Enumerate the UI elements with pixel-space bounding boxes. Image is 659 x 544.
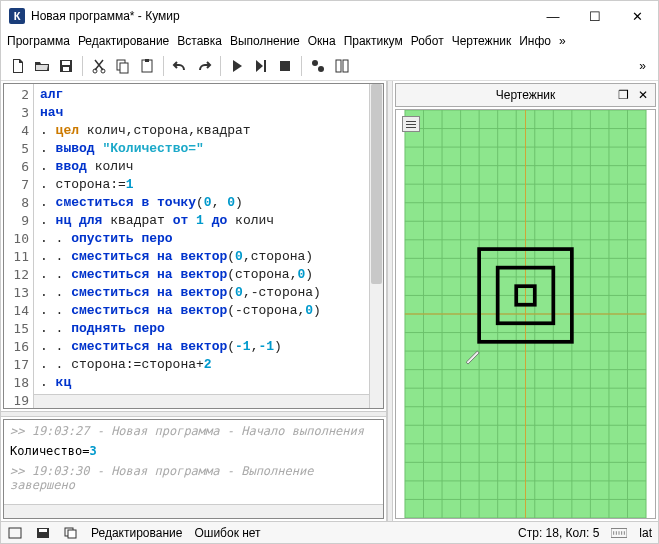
status-cursor-pos: Стр: 18, Кол: 5	[518, 526, 599, 540]
svg-rect-8	[145, 59, 149, 62]
statusbar: Редактирование Ошибок нет Стр: 18, Кол: …	[1, 521, 658, 543]
panel-maximize-button[interactable]: ❐	[615, 87, 631, 103]
console-log-start: >> 19:03:27 - Новая программа - Начало в…	[10, 424, 377, 438]
minimize-button[interactable]: —	[540, 6, 566, 26]
menu-run[interactable]: Выполнение	[230, 34, 300, 48]
line-gutter: 2345678910111213141516171819	[4, 84, 34, 408]
menu-program[interactable]: Программа	[7, 34, 70, 48]
drawer-panel-title: Чертежник	[496, 88, 556, 102]
open-file-button[interactable]	[31, 55, 53, 77]
menu-drawer[interactable]: Чертежник	[452, 34, 512, 48]
horizontal-splitter[interactable]	[1, 411, 386, 417]
main-area: 2345678910111213141516171819 алгнач. цел…	[1, 81, 658, 521]
menu-edit[interactable]: Редактирование	[78, 34, 169, 48]
code-area[interactable]: алгнач. цел колич,сторона,квадрат. вывод…	[34, 84, 383, 408]
console[interactable]: >> 19:03:27 - Новая программа - Начало в…	[3, 419, 384, 519]
panel-close-button[interactable]: ✕	[635, 87, 651, 103]
drawing-svg	[396, 110, 655, 518]
menu-practice[interactable]: Практикум	[344, 34, 403, 48]
app-icon: К	[9, 8, 25, 24]
svg-rect-13	[336, 60, 341, 72]
copy-button[interactable]	[112, 55, 134, 77]
svg-rect-2	[63, 67, 69, 71]
cut-button[interactable]	[88, 55, 110, 77]
status-copy-icon[interactable]	[63, 526, 79, 540]
svg-rect-9	[264, 60, 266, 72]
canvas-menu-button[interactable]	[402, 116, 420, 132]
status-save-icon[interactable]	[35, 526, 51, 540]
left-column: 2345678910111213141516171819 алгнач. цел…	[1, 81, 387, 521]
right-column: Чертежник ❐ ✕	[393, 81, 658, 521]
console-log-end: >> 19:03:30 - Новая программа - Выполнен…	[10, 464, 377, 492]
stop-button[interactable]	[274, 55, 296, 77]
paste-button[interactable]	[136, 55, 158, 77]
status-mode: Редактирование	[91, 526, 182, 540]
drawer-panel-header: Чертежник ❐ ✕	[395, 83, 656, 107]
redo-button[interactable]	[193, 55, 215, 77]
svg-rect-61	[39, 529, 47, 532]
menu-windows[interactable]: Окна	[308, 34, 336, 48]
console-prompt-line: Количество=3	[10, 444, 377, 458]
svg-rect-6	[120, 63, 128, 73]
svg-point-11	[312, 60, 318, 66]
menu-robot[interactable]: Робот	[411, 34, 444, 48]
status-errors: Ошибок нет	[194, 526, 260, 540]
window-title: Новая программа* - Кумир	[31, 9, 540, 23]
svg-rect-10	[280, 61, 290, 71]
console-input-value: 3	[89, 444, 96, 458]
layout-button[interactable]	[331, 55, 353, 77]
run-button[interactable]	[226, 55, 248, 77]
console-scrollbar-horizontal[interactable]	[4, 504, 383, 518]
toolbar-more[interactable]: »	[633, 59, 652, 73]
code-editor[interactable]: 2345678910111213141516171819 алгнач. цел…	[3, 83, 384, 409]
step-button[interactable]	[250, 55, 272, 77]
save-file-button[interactable]	[55, 55, 77, 77]
new-file-button[interactable]	[7, 55, 29, 77]
toolbar: »	[1, 51, 658, 81]
svg-rect-14	[343, 60, 348, 72]
menu-insert[interactable]: Вставка	[177, 34, 222, 48]
status-lang[interactable]: lat	[639, 526, 652, 540]
svg-rect-63	[68, 530, 76, 538]
menubar: Программа Редактирование Вставка Выполне…	[1, 31, 658, 51]
drawer-canvas[interactable]	[395, 109, 656, 519]
editor-scrollbar-horizontal[interactable]	[34, 394, 369, 408]
editor-scrollbar-vertical[interactable]	[369, 84, 383, 408]
status-icon-1[interactable]	[7, 526, 23, 540]
svg-rect-1	[62, 61, 70, 65]
svg-point-12	[318, 66, 324, 72]
menu-info[interactable]: Инфо	[519, 34, 551, 48]
keyboard-icon[interactable]	[611, 526, 627, 540]
svg-rect-59	[9, 528, 21, 538]
menu-more[interactable]: »	[559, 34, 566, 48]
actors-button[interactable]	[307, 55, 329, 77]
maximize-button[interactable]: ☐	[582, 6, 608, 26]
undo-button[interactable]	[169, 55, 191, 77]
titlebar: К Новая программа* - Кумир — ☐ ✕	[1, 1, 658, 31]
console-prompt: Количество=	[10, 444, 89, 458]
close-button[interactable]: ✕	[624, 6, 650, 26]
